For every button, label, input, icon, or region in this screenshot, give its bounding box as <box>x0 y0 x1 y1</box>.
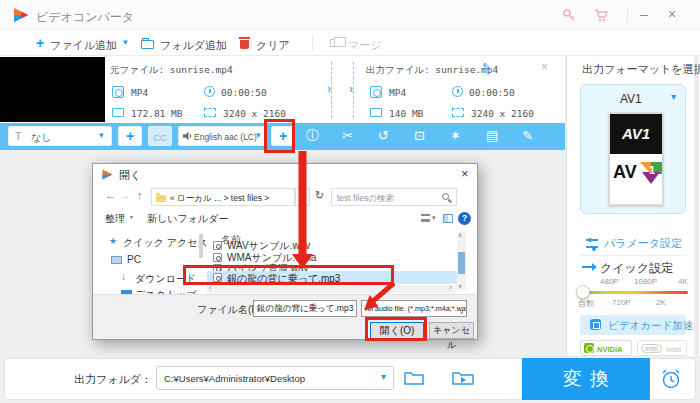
resolution-slider-knob[interactable] <box>576 285 590 299</box>
quick-settings-title: クイック設定 <box>600 260 673 277</box>
source-format-icon <box>112 86 124 98</box>
media-folder-icon[interactable] <box>452 370 474 386</box>
crop-icon[interactable]: ⊡ <box>414 129 425 142</box>
convert-button[interactable]: 変換 <box>522 358 650 400</box>
minimize-button[interactable]: – <box>640 7 648 21</box>
folder-icon <box>156 195 166 202</box>
dialog-close-icon[interactable]: × <box>461 166 469 181</box>
scroll-up-icon[interactable]: ∧ <box>458 231 462 238</box>
file-item-selected[interactable]: 銀の龍の背に乗って.mp3 <box>207 271 457 284</box>
add-audio-button[interactable]: + <box>271 126 295 146</box>
clear-button[interactable]: クリア <box>256 38 290 53</box>
scroll-left-icon[interactable]: ‹ <box>209 283 212 292</box>
cancel-button[interactable]: キャンセル <box>429 322 474 339</box>
transform-divider <box>331 62 332 118</box>
parameter-settings-button[interactable]: パラメータ設定 <box>604 236 682 251</box>
close-button[interactable]: × <box>668 7 676 21</box>
open-folder-icon[interactable] <box>404 370 424 386</box>
audio-file-icon <box>213 241 222 250</box>
help-icon[interactable]: ? <box>458 212 471 225</box>
add-folder-button[interactable]: フォルダ追加 <box>160 38 227 53</box>
output-folder-input[interactable]: C:¥Users¥Administrator¥Desktop ▾ <box>156 366 394 390</box>
filetype-dropdown[interactable]: All audio file. (*.mp3;*.m4a;*.wa ∨ <box>361 300 467 317</box>
edit-pen-icon[interactable]: ✎ <box>522 129 533 142</box>
breadcrumb-dropdown[interactable]: ∨ <box>295 188 310 206</box>
nav-pc[interactable]: PC <box>127 254 141 265</box>
sidebar-scrollbar[interactable] <box>694 56 699 356</box>
output-duration: 00:00:50 <box>469 87 515 98</box>
remove-file-icon[interactable]: × <box>541 60 548 74</box>
cc-button[interactable]: CC <box>148 126 172 146</box>
filetype-value: All audio file. (*.mp3;*.m4a;*.wa <box>365 304 466 313</box>
chevron-right-icon: › <box>349 82 353 96</box>
filename-input[interactable]: 銀の龍の背に乗って.mp3 <box>253 300 357 317</box>
nvidia-button[interactable]: NVIDIA <box>580 340 632 356</box>
app-logo-icon <box>12 6 30 24</box>
video-thumbnail[interactable] <box>0 57 105 122</box>
gpu-accel-button[interactable]: ビデオカード加速 <box>580 315 686 335</box>
rename-pencil-icon[interactable]: ✎ <box>482 61 491 74</box>
organize-button[interactable]: 整理 <box>105 212 125 226</box>
search-input[interactable]: test filesの検索 <box>331 188 457 206</box>
add-subtitle-button[interactable]: + <box>118 126 142 146</box>
organize-caret-icon: ▼ <box>129 214 134 220</box>
nav-quick-access[interactable]: クイック アクセス <box>123 236 208 250</box>
parameter-settings-icon <box>586 239 598 248</box>
scroll-right-icon[interactable]: › <box>449 283 452 292</box>
cart-icon[interactable] <box>594 8 608 22</box>
subtitle-dropdown[interactable]: T なし ▾ <box>8 126 112 146</box>
open-button[interactable]: 開く(O) <box>370 322 424 339</box>
register-key-icon[interactable] <box>562 8 576 22</box>
nav-downloads[interactable]: ダウンロード <box>135 272 196 286</box>
rotate-icon[interactable]: ↺ <box>378 129 389 142</box>
scrollbar-thumb[interactable] <box>458 252 465 274</box>
schedule-clock-icon[interactable] <box>660 368 682 390</box>
nav-scrollbar[interactable] <box>199 234 203 258</box>
subtitle-t-icon: T <box>15 130 22 142</box>
download-icon: ↓ <box>121 271 126 282</box>
search-icon <box>442 193 449 200</box>
add-file-plus-icon[interactable]: + <box>36 35 44 51</box>
clear-trash-icon <box>240 40 249 49</box>
add-file-button[interactable]: ファイル追加 <box>50 38 117 53</box>
chevron-down-icon: ∨ <box>460 305 464 317</box>
nav-forward-icon[interactable]: → <box>120 189 131 201</box>
preview-pane-icon[interactable] <box>443 214 453 223</box>
info-icon[interactable]: ⓘ <box>306 129 319 142</box>
intel-button[interactable]: intel Intel <box>637 340 687 356</box>
slider-label-4k: 4K <box>678 277 688 286</box>
effect-wand-icon[interactable]: ✶ <box>450 129 461 142</box>
file-list-scrollbar[interactable]: ∧ ∨ <box>457 232 466 290</box>
cc-icon: CC <box>154 133 167 143</box>
av1-logo: AV1 AV 1 <box>608 112 664 206</box>
nav-back-icon[interactable]: ← <box>105 189 116 201</box>
app-window: ビデオコンバータ – × + ファイル追加 ▾ フォルダ追加 クリア マージ 元… <box>0 0 700 403</box>
chevron-down-icon: ∨ <box>300 197 305 204</box>
pc-icon <box>111 256 122 264</box>
watermark-stamp-icon[interactable]: ▤ <box>486 129 498 142</box>
format-caret-icon[interactable]: ▾ <box>671 91 676 102</box>
av1-logo-top: AV1 <box>610 114 662 154</box>
merge-button[interactable]: マージ <box>348 38 382 53</box>
add-file-caret-icon[interactable]: ▾ <box>123 37 128 47</box>
nvidia-logo-icon <box>584 343 594 353</box>
output-folder-label: 出力フォルダ： <box>74 372 152 387</box>
scroll-down-icon[interactable]: ∨ <box>458 282 462 289</box>
output-format: MP4 <box>389 87 406 98</box>
dialog-logo-icon <box>101 168 114 181</box>
resolution-slider-track[interactable] <box>582 291 688 294</box>
nav-up-icon[interactable]: ↑ <box>137 189 143 201</box>
view-list-icon[interactable] <box>421 214 430 222</box>
new-folder-button[interactable]: 新しいフォルダー <box>147 212 228 226</box>
file-list-hscrollbar[interactable]: ‹ › <box>207 285 457 293</box>
slider-label-1080p: 1080P <box>634 277 657 286</box>
output-format-icon <box>370 86 382 98</box>
breadcrumb[interactable]: « ローカル ... > test files > <box>151 188 295 206</box>
cut-icon[interactable]: ✂ <box>342 129 353 142</box>
output-folder-path: C:¥Users¥Administrator¥Desktop <box>164 373 305 384</box>
chevron-right-icon: › <box>327 82 331 96</box>
titlebar-divider <box>627 7 628 23</box>
audio-track-dropdown[interactable]: English aac (LC) ▾ <box>178 126 266 146</box>
refresh-icon[interactable]: ↻ <box>315 189 324 202</box>
view-caret-icon[interactable]: ▾ <box>432 214 436 222</box>
